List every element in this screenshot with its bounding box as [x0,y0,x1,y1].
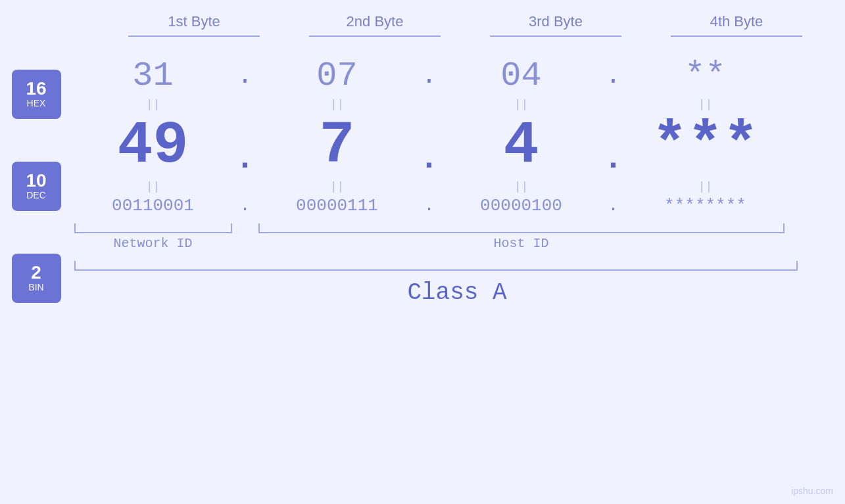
dec-b3-cell: 4 [443,116,600,175]
equals-row-1: || || || || [74,98,798,111]
bin-dot2: . [416,196,443,216]
eq1-sep2 [416,98,443,111]
host-bracket [258,223,785,233]
byte4-header: 4th Byte [658,13,815,30]
dec-badge: 10 DEC [12,162,61,211]
bin-b3-value: 00000100 [480,196,562,216]
bracket-byte3 [490,35,621,37]
dec-b2-value: 7 [319,112,354,179]
bin-row: 00110001 . 00000111 . 00000100 . *******… [74,196,798,216]
dec-b3-value: 4 [503,112,539,179]
id-labels: Network ID Host ID [74,236,798,251]
eq1-b4: || [627,98,785,111]
badges-column: 16 HEX 10 DEC 2 BIN [12,50,61,303]
hex-dot1: . [232,61,258,91]
dec-b4-cell: *** [627,116,785,175]
dec-row: 49 . 7 . 4 . *** [74,114,798,177]
hex-dot3: . [600,61,627,91]
byte3-header: 3rd Byte [477,13,635,30]
bin-badge-number: 2 [31,263,41,282]
eq2-b2: || [258,180,416,193]
hex-b2-value: 07 [316,57,357,95]
hex-b3-cell: 04 [443,57,600,95]
hex-dot2: . [416,61,443,91]
dec-dot2: . [416,114,443,177]
bracket-byte4 [671,35,802,37]
hex-b2-cell: 07 [258,57,416,95]
hex-badge-label: HEX [27,98,46,109]
hex-b3-value: 04 [500,57,541,95]
bracket-byte1 [128,35,260,37]
host-id-label: Host ID [258,236,785,251]
bin-b1-value: 00110001 [112,196,194,216]
dec-dot1: . [232,114,258,177]
full-bottom-bracket [74,261,798,271]
bin-dot3: . [600,196,627,216]
eq2-sep3 [600,180,627,193]
equals-row-2: || || || || [74,180,798,193]
network-id-label: Network ID [74,236,232,251]
byte-headers-row: 1st Byte 2nd Byte 3rd Byte 4th Byte [104,13,827,30]
eq2-b3: || [443,180,600,193]
bracket-byte2 [309,35,441,37]
eq1-sep3 [600,98,627,111]
eq1-sep1 [232,98,258,111]
bin-b4-value: ******** [664,196,746,216]
dec-b2-cell: 7 [258,116,416,175]
eq2-b1: || [74,180,232,193]
watermark: ipshu.com [791,486,833,496]
hex-row: 31 . 07 . 04 . ** [74,57,798,95]
hex-b4-cell: ** [627,57,785,95]
dec-b1-value: 49 [117,112,188,179]
eq1-b2: || [258,98,416,111]
class-label: Class A [74,279,840,306]
byte2-header: 2nd Byte [296,13,454,30]
dec-b4-value: *** [652,112,758,179]
bin-dot1: . [232,196,258,216]
bin-badge-label: BIN [28,282,43,293]
eq2-sep1 [232,180,258,193]
bin-badge: 2 BIN [12,254,61,303]
bin-b1-cell: 00110001 [74,196,232,216]
eq2-b4: || [627,180,785,193]
eq2-sep2 [416,180,443,193]
byte1-header: 1st Byte [115,13,273,30]
dec-badge-number: 10 [26,172,46,190]
bin-b3-cell: 00000100 [443,196,600,216]
dec-dot3: . [600,114,627,177]
bin-b2-cell: 00000111 [258,196,416,216]
hex-badge-number: 16 [26,80,46,98]
id-labels-gap [232,236,258,251]
bottom-brackets [74,223,798,233]
top-brackets [104,35,827,37]
eq1-b1: || [74,98,232,111]
network-bracket [74,223,232,233]
content-area: 16 HEX 10 DEC 2 BIN 31 . 07 [12,50,840,306]
bin-b4-cell: ******** [627,196,785,216]
hex-b1-value: 31 [132,57,173,95]
bin-b2-value: 00000111 [296,196,378,216]
dec-b1-cell: 49 [74,116,232,175]
hex-b1-cell: 31 [74,57,232,95]
main-container: 1st Byte 2nd Byte 3rd Byte 4th Byte 16 H… [0,0,845,504]
hex-b4-value: ** [685,57,725,95]
hex-badge: 16 HEX [12,70,61,119]
dec-badge-label: DEC [26,190,46,201]
eq1-b3: || [443,98,600,111]
grid-area: 31 . 07 . 04 . ** || || [74,50,840,306]
